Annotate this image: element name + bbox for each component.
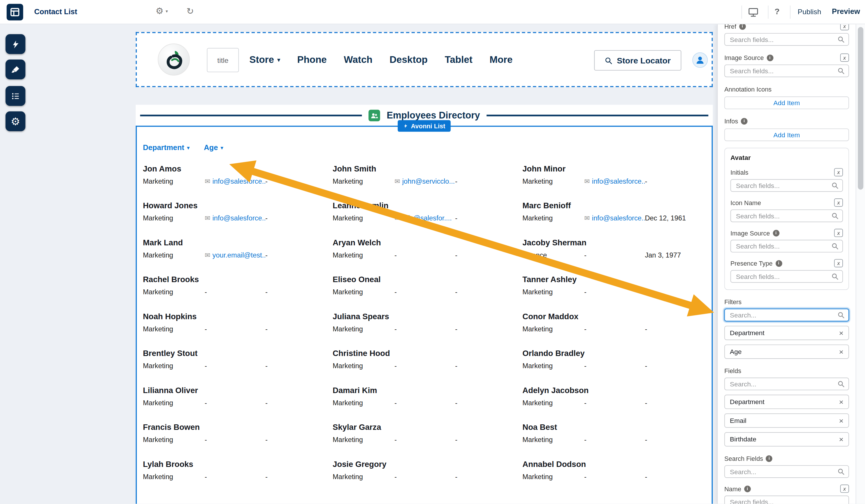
expression-icon[interactable]: x bbox=[834, 259, 843, 267]
employee-email-link[interactable]: - bbox=[205, 288, 207, 296]
employee-department: Marketing bbox=[143, 251, 205, 259]
employee-email-link[interactable]: your.email@test.... bbox=[212, 251, 266, 259]
theme-tool-button[interactable] bbox=[5, 60, 25, 80]
user-avatar[interactable] bbox=[692, 52, 707, 68]
nav-item[interactable]: Phone bbox=[297, 54, 327, 66]
employee-card: Howard Jones Marketing ✉ info@salesforce… bbox=[143, 201, 326, 238]
store-locator-button[interactable]: Store Locator bbox=[594, 50, 681, 70]
expression-icon[interactable]: x bbox=[840, 54, 849, 62]
info-icon[interactable]: i bbox=[744, 485, 751, 492]
employee-email-link[interactable]: john@servicclo.... bbox=[402, 178, 455, 185]
settings-tool-button[interactable]: ⚙ bbox=[5, 111, 25, 131]
expression-icon[interactable]: x bbox=[834, 198, 843, 207]
href-search-input[interactable] bbox=[724, 33, 849, 46]
info-icon[interactable]: i bbox=[739, 24, 746, 30]
employee-email-link[interactable]: - bbox=[394, 399, 397, 407]
name-search-input[interactable] bbox=[724, 496, 849, 504]
employee-email-link[interactable]: - bbox=[205, 436, 207, 444]
builder-home-icon[interactable] bbox=[7, 4, 23, 20]
structure-tool-button[interactable] bbox=[5, 86, 25, 106]
employee-email-link[interactable]: - bbox=[394, 473, 397, 481]
publish-button[interactable]: Publish bbox=[798, 8, 821, 16]
remove-icon[interactable]: × bbox=[839, 329, 844, 337]
filter-chip[interactable]: Department × bbox=[724, 326, 849, 340]
field-label: Initials bbox=[730, 169, 749, 176]
list-filter-pill[interactable]: Age ▾ bbox=[204, 143, 223, 152]
expression-icon[interactable]: x bbox=[840, 484, 849, 493]
remove-icon[interactable]: × bbox=[839, 398, 844, 406]
help-button[interactable]: ? bbox=[775, 7, 780, 16]
field-chip[interactable]: Department × bbox=[724, 395, 849, 409]
info-icon[interactable]: i bbox=[775, 260, 782, 267]
avatar-field-input-wrap bbox=[730, 240, 843, 253]
add-info-button[interactable]: Add Item bbox=[724, 128, 849, 141]
employee-email-link[interactable]: - bbox=[394, 436, 397, 444]
expression-icon[interactable]: x bbox=[834, 168, 843, 176]
preview-button[interactable]: Preview bbox=[832, 7, 860, 16]
employee-email-link[interactable]: - bbox=[584, 436, 586, 444]
site-logo[interactable] bbox=[158, 44, 189, 75]
employee-email-link[interactable]: info@salesfor.... bbox=[402, 214, 452, 222]
image-source-search-input[interactable] bbox=[724, 65, 849, 77]
employee-card: Tanner Ashley Marketing - - bbox=[522, 275, 706, 312]
avatar-field-search-input[interactable] bbox=[730, 240, 843, 253]
list-filter-pill[interactable]: Department ▾ bbox=[143, 143, 189, 152]
employee-email-link[interactable]: - bbox=[584, 251, 586, 259]
search-fields-search-input[interactable] bbox=[724, 465, 849, 478]
avatar-field-search-input[interactable] bbox=[730, 209, 843, 222]
employee-email-link[interactable]: - bbox=[394, 325, 397, 333]
employee-email-link[interactable]: info@salesforce.... bbox=[592, 178, 645, 185]
avatar-field-search-input[interactable] bbox=[730, 270, 843, 283]
info-icon[interactable]: i bbox=[773, 230, 779, 236]
employee-email-link[interactable]: - bbox=[584, 473, 586, 481]
nav-item[interactable]: More bbox=[489, 54, 513, 66]
remove-icon[interactable]: × bbox=[839, 417, 844, 425]
refresh-button[interactable]: ↻ bbox=[186, 6, 194, 16]
employee-email-link[interactable]: - bbox=[205, 473, 207, 481]
info-icon[interactable]: i bbox=[741, 118, 748, 124]
employee-email-link[interactable]: info@salesforce.... bbox=[592, 214, 645, 222]
employee-email-link[interactable]: - bbox=[584, 325, 586, 333]
filter-chip[interactable]: Age × bbox=[724, 344, 849, 359]
expression-icon[interactable]: x bbox=[840, 24, 849, 31]
component-badge[interactable]: Avonni List bbox=[398, 120, 451, 132]
info-icon[interactable]: i bbox=[767, 54, 773, 61]
employee-email-link[interactable]: info@salesforce.... bbox=[212, 214, 266, 222]
device-preview-button[interactable] bbox=[748, 8, 759, 20]
field-chip[interactable]: Birthdate × bbox=[724, 432, 849, 446]
directory-heading: Employees Directory bbox=[140, 110, 708, 121]
apple-swirl-logo-icon bbox=[162, 48, 185, 71]
employee-email-link[interactable]: - bbox=[584, 362, 586, 370]
site-header-section[interactable]: title Store ▾ Phone Watch bbox=[136, 32, 713, 87]
expression-icon[interactable]: x bbox=[834, 229, 843, 237]
nav-item[interactable]: Store ▾ bbox=[249, 54, 280, 66]
remove-icon[interactable]: × bbox=[839, 348, 844, 356]
employee-email-link[interactable]: - bbox=[584, 399, 586, 407]
info-icon[interactable]: i bbox=[766, 455, 773, 462]
employee-email-link[interactable]: - bbox=[394, 251, 397, 259]
components-tool-button[interactable] bbox=[5, 34, 25, 54]
avatar-field-search-input[interactable] bbox=[730, 179, 843, 192]
employee-email-cell: - bbox=[394, 251, 455, 259]
field-chip[interactable]: Email × bbox=[724, 413, 849, 427]
add-annotation-icon-button[interactable]: Add Item bbox=[724, 96, 849, 109]
employee-email-link[interactable]: - bbox=[394, 288, 397, 296]
filters-search-input[interactable] bbox=[724, 309, 849, 321]
nav-item[interactable]: Tablet bbox=[445, 54, 473, 66]
site-title-placeholder[interactable]: title bbox=[207, 48, 239, 72]
employee-email-link[interactable]: info@salesforce.... bbox=[212, 178, 266, 185]
employee-email-link[interactable]: - bbox=[205, 399, 207, 407]
employee-email-link[interactable]: - bbox=[584, 288, 586, 296]
employee-email-link[interactable]: - bbox=[394, 362, 397, 370]
fields-search-input[interactable] bbox=[724, 378, 849, 390]
store-locator-label: Store Locator bbox=[617, 56, 671, 65]
employee-email-link[interactable]: - bbox=[205, 325, 207, 333]
nav-item[interactable]: Watch bbox=[344, 54, 372, 66]
remove-icon[interactable]: × bbox=[839, 435, 844, 443]
panel-scrollbar[interactable] bbox=[856, 24, 865, 504]
employee-birthdate: - bbox=[265, 436, 326, 444]
scrollbar-thumb[interactable] bbox=[858, 27, 863, 189]
page-settings-button[interactable]: ⚙ ▾ bbox=[155, 7, 168, 15]
employee-email-link[interactable]: - bbox=[205, 362, 207, 370]
nav-item[interactable]: Desktop bbox=[390, 54, 428, 66]
